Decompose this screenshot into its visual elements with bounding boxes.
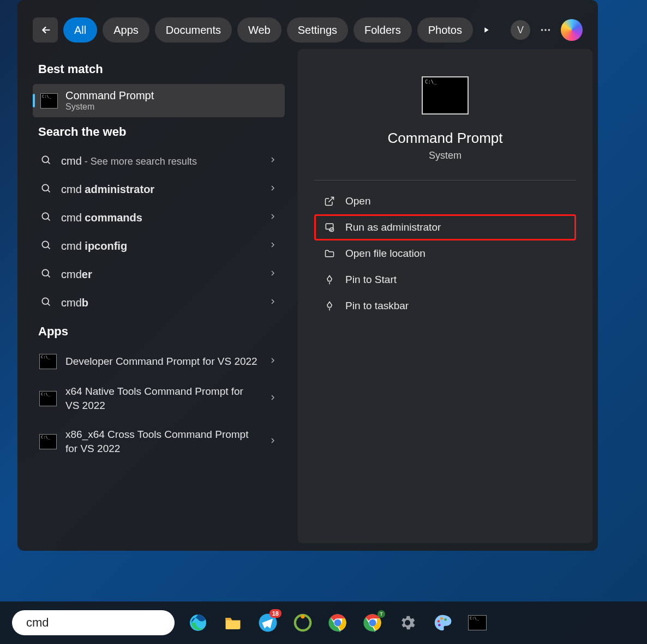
play-icon bbox=[482, 26, 490, 34]
telegram-badge: 18 bbox=[269, 609, 281, 618]
action-pin-taskbar-label: Pin to taskbar bbox=[345, 300, 409, 312]
action-pin-to-start[interactable]: Pin to Start bbox=[314, 267, 576, 293]
divider bbox=[314, 180, 576, 180]
pin-icon bbox=[324, 274, 335, 285]
action-open-file-location[interactable]: Open file location bbox=[314, 240, 576, 267]
taskbar-app-green[interactable] bbox=[291, 611, 314, 634]
command-prompt-icon bbox=[39, 391, 57, 406]
svg-point-2 bbox=[548, 29, 550, 31]
pin-icon bbox=[324, 300, 335, 311]
action-open-location-label: Open file location bbox=[345, 248, 426, 260]
section-search-web: Search the web bbox=[38, 125, 290, 139]
taskbar-cmd[interactable] bbox=[466, 611, 489, 634]
taskbar-edge[interactable] bbox=[187, 611, 209, 634]
folder-icon bbox=[223, 613, 243, 633]
search-icon bbox=[40, 154, 52, 167]
search-icon bbox=[40, 211, 52, 224]
web-result-0[interactable]: cmd - See more search results bbox=[33, 147, 285, 175]
tab-photos[interactable]: Photos bbox=[417, 17, 473, 43]
taskbar-paint[interactable] bbox=[431, 611, 454, 634]
web-result-label: cmder bbox=[61, 268, 260, 281]
app-result-label: x86_x64 Cross Tools Command Prompt for V… bbox=[65, 428, 260, 455]
svg-point-21 bbox=[440, 617, 443, 620]
chevron-right-icon bbox=[268, 184, 277, 195]
preview-app-icon bbox=[422, 76, 469, 115]
chevron-right-icon bbox=[268, 436, 277, 447]
chevron-right-icon bbox=[268, 269, 277, 280]
web-result-3[interactable]: cmd ipconfig bbox=[33, 232, 285, 260]
svg-point-1 bbox=[544, 29, 547, 31]
search-tabs: All Apps Documents Web Settings Folders … bbox=[17, 0, 598, 49]
app-result-2[interactable]: x86_x64 Cross Tools Command Prompt for V… bbox=[33, 420, 285, 463]
svg-point-17 bbox=[334, 619, 342, 627]
tab-apps[interactable]: Apps bbox=[103, 17, 149, 43]
app-result-1[interactable]: x64 Native Tools Command Prompt for VS 2… bbox=[33, 377, 285, 420]
play-button[interactable] bbox=[478, 26, 494, 34]
action-open[interactable]: Open bbox=[314, 188, 576, 214]
tab-settings[interactable]: Settings bbox=[287, 17, 348, 43]
tab-documents[interactable]: Documents bbox=[155, 17, 232, 43]
web-result-4[interactable]: cmder bbox=[33, 260, 285, 288]
open-external-icon bbox=[324, 196, 335, 207]
action-run-as-admin-label: Run as administrator bbox=[345, 221, 441, 233]
best-match-title: Command Prompt bbox=[65, 89, 154, 102]
chevron-right-icon bbox=[268, 356, 277, 367]
app-result-label: x64 Native Tools Command Prompt for VS 2… bbox=[65, 384, 260, 412]
chrome-icon bbox=[328, 613, 347, 632]
more-horizontal-icon bbox=[540, 24, 552, 36]
tab-all[interactable]: All bbox=[63, 17, 97, 43]
user-avatar[interactable]: V bbox=[511, 20, 530, 40]
command-prompt-icon bbox=[39, 354, 57, 369]
search-icon bbox=[40, 183, 52, 196]
svg-point-19 bbox=[369, 619, 376, 627]
taskbar-chrome-2[interactable]: T bbox=[361, 611, 384, 634]
command-prompt-icon bbox=[40, 93, 58, 109]
svg-point-20 bbox=[438, 620, 440, 623]
svg-point-8 bbox=[42, 298, 49, 304]
svg-point-23 bbox=[438, 624, 441, 627]
svg-point-4 bbox=[42, 184, 49, 191]
preview-title: Command Prompt bbox=[388, 130, 503, 147]
section-best-match: Best match bbox=[38, 62, 290, 76]
best-match-subtitle: System bbox=[65, 102, 154, 112]
svg-point-6 bbox=[42, 241, 49, 248]
command-prompt-icon bbox=[468, 615, 487, 630]
chevron-right-icon bbox=[268, 297, 277, 308]
search-icon bbox=[40, 268, 52, 281]
svg-point-22 bbox=[444, 618, 447, 621]
taskbar-settings[interactable] bbox=[396, 611, 419, 634]
web-result-1[interactable]: cmd administrator bbox=[33, 175, 285, 203]
gear-icon bbox=[398, 613, 417, 632]
web-result-label: cmd administrator bbox=[61, 183, 260, 196]
chevron-right-icon bbox=[268, 155, 277, 166]
taskbar-search-input[interactable] bbox=[26, 616, 176, 630]
taskbar-search[interactable] bbox=[12, 610, 175, 635]
results-left-column: Best match Command Prompt System Search … bbox=[23, 49, 290, 543]
best-match-item[interactable]: Command Prompt System bbox=[33, 84, 285, 117]
taskbar-chrome-1[interactable] bbox=[326, 611, 349, 634]
preview-subtitle: System bbox=[429, 150, 462, 161]
action-pin-to-taskbar[interactable]: Pin to taskbar bbox=[314, 293, 576, 319]
web-result-2[interactable]: cmd commands bbox=[33, 203, 285, 232]
search-icon bbox=[40, 296, 52, 309]
web-result-5[interactable]: cmdb bbox=[33, 288, 285, 317]
search-panel: All Apps Documents Web Settings Folders … bbox=[17, 0, 598, 551]
more-button[interactable] bbox=[536, 24, 555, 36]
edge-icon bbox=[188, 613, 208, 633]
taskbar-telegram[interactable]: 18 bbox=[256, 611, 279, 634]
tab-web[interactable]: Web bbox=[237, 17, 281, 43]
taskbar-explorer[interactable] bbox=[221, 611, 244, 634]
circle-app-icon bbox=[293, 613, 312, 632]
back-button[interactable] bbox=[33, 17, 58, 43]
app-result-0[interactable]: Developer Command Prompt for VS 2022 bbox=[33, 346, 285, 377]
action-run-as-admin[interactable]: Run as administrator bbox=[314, 214, 576, 240]
command-prompt-icon bbox=[39, 434, 57, 449]
taskbar: 18 T bbox=[0, 601, 647, 644]
tab-folders[interactable]: Folders bbox=[354, 17, 412, 43]
action-pin-start-label: Pin to Start bbox=[345, 274, 397, 286]
copilot-button[interactable] bbox=[561, 19, 583, 41]
shield-admin-icon bbox=[324, 222, 335, 233]
web-result-label: cmd ipconfig bbox=[61, 240, 260, 252]
section-apps: Apps bbox=[38, 324, 290, 339]
web-result-label: cmd commands bbox=[61, 212, 260, 224]
